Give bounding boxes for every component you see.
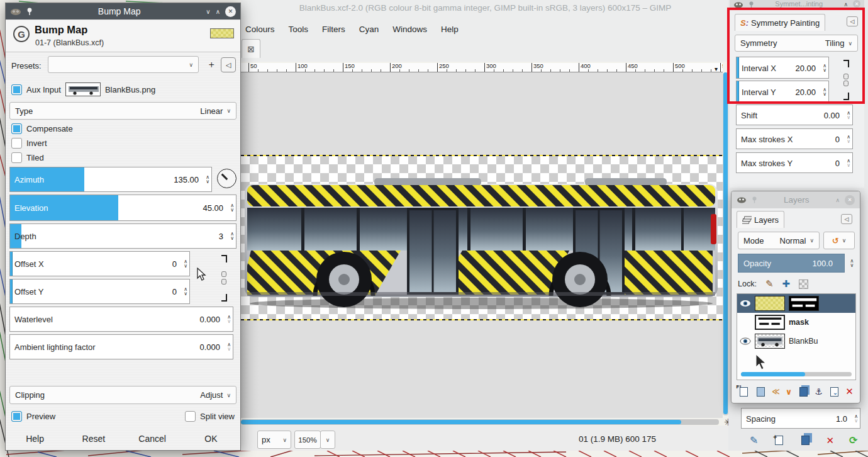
compensate-row[interactable]: Compensate xyxy=(11,123,73,134)
spin-buttons[interactable]: ∧∨ xyxy=(847,135,850,144)
ok-button[interactable]: OK xyxy=(182,434,240,444)
canvas-vertical-scrollbar[interactable] xyxy=(723,72,728,415)
chain-link-icon[interactable] xyxy=(840,60,850,100)
close-icon[interactable]: ✕ xyxy=(225,6,236,17)
split-view-checkbox[interactable] xyxy=(185,411,196,422)
preset-menu-button[interactable]: ◁ xyxy=(221,57,236,72)
menu-cyan[interactable]: Cyan xyxy=(359,25,379,34)
spin-buttons[interactable]: ∧∨ xyxy=(230,203,234,212)
spin-buttons[interactable]: ∧∨ xyxy=(184,287,187,296)
symmetry-window-titlebar[interactable]: Symmet...inting ∧ ✕ xyxy=(730,0,864,8)
pin-icon[interactable] xyxy=(26,8,33,15)
close-icon[interactable]: ✕ xyxy=(845,195,855,205)
spin-buttons[interactable]: ∧∨ xyxy=(227,342,231,351)
shift-slider[interactable]: Shift 0.00 ∧∨ xyxy=(736,104,853,125)
azimuth-dial[interactable] xyxy=(217,169,236,188)
new-brush-icon[interactable]: ＋ xyxy=(773,435,784,446)
invert-checkbox[interactable] xyxy=(11,138,22,149)
delete-brush-icon[interactable]: ✕ xyxy=(826,435,834,446)
layer-list-scrollbar[interactable] xyxy=(741,372,852,376)
pin-icon[interactable] xyxy=(748,1,754,8)
panel-menu-button[interactable]: ◁ xyxy=(841,214,852,224)
add-preset-button[interactable]: ＋ xyxy=(204,57,219,72)
chain-link-icon[interactable] xyxy=(218,255,228,302)
interval-x-slider[interactable]: Interval X 20.00 ∧∨ xyxy=(736,57,829,79)
spin-buttons[interactable]: ∧∨ xyxy=(847,159,850,167)
aux-input-thumbnail[interactable] xyxy=(65,82,101,96)
interval-y-slider[interactable]: Interval Y 20.00 ∧∨ xyxy=(736,81,829,103)
chevron-up-icon[interactable]: ∧ xyxy=(835,197,840,203)
max-strokes-y-slider[interactable]: Max strokes Y 0 ∧∨ xyxy=(736,152,853,173)
aux-input-checkbox[interactable] xyxy=(11,84,22,95)
visibility-eye-icon[interactable] xyxy=(740,300,751,307)
duplicate-layer-icon[interactable] xyxy=(798,386,810,397)
invert-row[interactable]: Invert xyxy=(11,138,47,149)
clipping-select[interactable]: Clipping Adjust∨ xyxy=(9,386,236,404)
lock-paint-icon[interactable]: ✎ xyxy=(765,278,774,290)
panel-menu-button[interactable]: ◁ xyxy=(847,16,858,26)
spin-buttons[interactable]: ∧∨ xyxy=(230,232,234,240)
max-strokes-x-slider[interactable]: Max strokes X 0 ∧∨ xyxy=(736,128,853,149)
elevation-slider[interactable]: Elevation 45.00 ∧∨ xyxy=(9,195,236,221)
opacity-spin-buttons[interactable]: ∧∨ xyxy=(846,259,858,268)
lock-alpha-icon[interactable] xyxy=(799,279,808,289)
preview-row[interactable]: Preview xyxy=(11,411,55,422)
chevron-up-icon[interactable]: ∧ xyxy=(843,1,848,8)
duplicate-brush-icon[interactable] xyxy=(799,435,811,446)
type-select[interactable]: Type Linear∨ xyxy=(9,102,236,120)
tiled-row[interactable]: Tiled xyxy=(11,152,44,163)
canvas-area[interactable] xyxy=(241,72,723,418)
image-tab[interactable]: ⊠ xyxy=(242,39,260,58)
edit-brush-icon[interactable]: ✎ xyxy=(750,434,758,446)
waterlevel-slider[interactable]: Waterlevel 0.000 ∧∨ xyxy=(9,307,233,332)
menu-colours[interactable]: Colours xyxy=(245,25,275,34)
close-icon[interactable]: ✕ xyxy=(853,0,860,8)
menu-filters[interactable]: Filters xyxy=(322,25,345,34)
layer-row-blankbus[interactable]: BlankBu xyxy=(737,332,855,351)
spin-buttons[interactable]: ∧∨ xyxy=(227,315,231,324)
split-view-row[interactable]: Split view xyxy=(185,411,235,422)
horizontal-ruler[interactable]: 50100150200250300350400450500550 xyxy=(241,63,723,72)
spin-buttons[interactable]: ∧∨ xyxy=(206,175,209,184)
depth-slider[interactable]: Depth 3 ∧∨ xyxy=(9,223,236,249)
aux-input-row[interactable]: Aux Input BlankBus.png xyxy=(11,82,155,96)
lower-layer-icon[interactable]: ∨ xyxy=(786,387,793,397)
offset-y-slider[interactable]: Offset Y 0 ∧∨ xyxy=(9,279,190,304)
layer-thumbnail[interactable] xyxy=(755,296,785,311)
reset-button[interactable]: Reset xyxy=(64,434,123,444)
tab-layers[interactable]: Layers xyxy=(737,211,784,228)
symmetry-select[interactable]: Symmetry Tiling∨ xyxy=(735,35,858,52)
new-layer-group-icon[interactable] xyxy=(755,386,766,397)
menu-windows[interactable]: Windows xyxy=(392,25,427,34)
tab-symmetry-painting[interactable]: S: Symmetry Painting xyxy=(735,14,825,31)
chevron-down-icon[interactable]: ∨ xyxy=(206,8,210,15)
tiled-checkbox[interactable] xyxy=(11,152,22,163)
layers-window-titlebar[interactable]: Layers ∧ ✕ xyxy=(732,191,860,208)
zoom-input[interactable]: 150% xyxy=(294,431,321,449)
layer-thumbnail[interactable] xyxy=(755,334,785,349)
offset-x-slider[interactable]: Offset X 0 ∧∨ xyxy=(9,251,190,276)
raise-layer-icon[interactable]: ≪ xyxy=(772,387,780,396)
help-button[interactable]: Help xyxy=(6,434,64,444)
layer-row-stripes[interactable] xyxy=(737,294,855,313)
spin-buttons[interactable]: ∧∨ xyxy=(184,259,187,268)
azimuth-slider[interactable]: Azimuth 135.00 ∧∨ xyxy=(9,167,212,192)
refresh-brushes-icon[interactable]: ⟳ xyxy=(849,434,857,446)
presets-select[interactable]: ∨ xyxy=(48,56,199,73)
delete-layer-icon[interactable]: ✕ xyxy=(845,386,854,397)
cancel-button[interactable]: Cancel xyxy=(123,434,182,444)
layer-thumbnail[interactable] xyxy=(755,315,785,330)
bump-map-titlebar[interactable]: Bump Map ∨ ∧ ✕ xyxy=(6,3,240,20)
spin-buttons[interactable]: ∧∨ xyxy=(854,414,858,423)
unit-select[interactable]: px∨ xyxy=(257,431,291,449)
canvas-horizontal-scrollbar[interactable] xyxy=(241,419,719,425)
visibility-eye-icon[interactable] xyxy=(740,337,751,345)
menu-help[interactable]: Help xyxy=(441,25,459,34)
lock-position-icon[interactable]: ✚ xyxy=(782,278,790,290)
menu-tools[interactable]: Tools xyxy=(289,25,309,34)
anchor-layer-icon[interactable]: ⚓ xyxy=(815,386,823,397)
opacity-slider[interactable]: Opacity 100.0 xyxy=(738,254,845,273)
visibility-eye-off[interactable] xyxy=(740,319,751,326)
preview-checkbox[interactable] xyxy=(11,411,22,422)
pin-icon[interactable] xyxy=(752,196,757,203)
